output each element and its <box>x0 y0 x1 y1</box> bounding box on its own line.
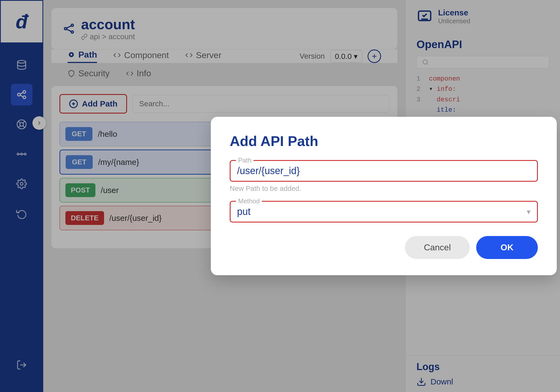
cancel-button[interactable]: Cancel <box>405 236 470 259</box>
path-form-group: Path /user/{user_id} New Path to be adde… <box>230 160 538 193</box>
path-field-value[interactable]: /user/{user_id} <box>237 165 531 177</box>
modal-buttons: Cancel OK <box>230 236 538 259</box>
path-field-label: Path <box>236 157 254 164</box>
method-field-label: Method <box>236 197 262 205</box>
modal-title: Add API Path <box>230 133 538 149</box>
method-field-value: put <box>237 206 251 217</box>
method-field-wrapper[interactable]: Method put ▾ <box>230 201 538 222</box>
modal-overlay: Add API Path Path /user/{user_id} New Pa… <box>0 0 560 392</box>
ok-button[interactable]: OK <box>476 236 538 259</box>
method-form-group: Method put ▾ <box>230 201 538 222</box>
add-api-path-modal: Add API Path Path /user/{user_id} New Pa… <box>211 117 557 275</box>
method-dropdown-chevron: ▾ <box>527 207 531 216</box>
path-field-hint: New Path to be added. <box>230 184 538 193</box>
path-field-wrapper: Path /user/{user_id} <box>230 160 538 182</box>
